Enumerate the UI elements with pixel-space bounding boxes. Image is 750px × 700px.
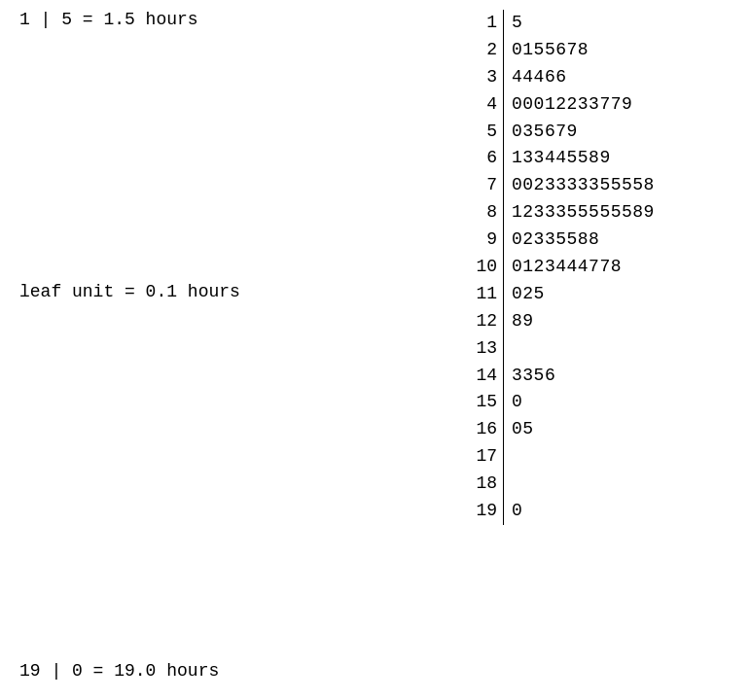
stem-leaf-table: 1520155678344466400012233779503567961334… [467,10,731,690]
table-row: 20155678 [467,37,731,64]
stem-value: 12 [467,308,504,335]
table-row: 143356 [467,363,731,390]
leaf-values: 89 [504,308,534,335]
stem-value: 19 [467,498,504,525]
stem-value: 1 [467,10,504,37]
table-row: 5035679 [467,119,731,146]
stem-value: 14 [467,363,504,390]
table-row: 15 [467,10,731,37]
table-row: 100123444778 [467,254,731,281]
stem-leaf-plot: 1 | 5 = 1.5 hours leaf unit = 0.1 hours … [19,10,731,690]
leaf-unit: leaf unit = 0.1 hours [19,282,240,301]
key-top: 1 | 5 = 1.5 hours [19,10,198,29]
stem-value: 3 [467,64,504,91]
leaf-values: 00012233779 [504,91,632,119]
leaf-values: 0023333355558 [504,172,655,199]
leaf-values: 05 [504,416,534,443]
leaf-values: 0155678 [504,37,589,64]
table-row: 17 [467,443,731,471]
table-row: 902335588 [467,227,731,254]
stem-value: 18 [467,471,504,498]
table-row: 344466 [467,64,731,91]
leaf-values: 025 [504,281,545,308]
left-panel: 1 | 5 = 1.5 hours leaf unit = 0.1 hours … [19,10,467,690]
leaf-values: 133445589 [504,145,611,172]
table-row: 1289 [467,308,731,335]
leaf-values: 0123444778 [504,254,622,281]
stem-value: 5 [467,119,504,146]
stem-value: 16 [467,416,504,443]
leaf-values: 0 [504,389,522,416]
stem-value: 8 [467,199,504,227]
table-row: 190 [467,498,731,525]
stem-value: 13 [467,335,504,363]
table-row: 70023333355558 [467,172,731,199]
table-row: 81233355555589 [467,199,731,227]
key-bottom: 19 | 0 = 19.0 hours [19,661,219,681]
stem-value: 10 [467,254,504,281]
table-row: 150 [467,389,731,416]
leaf-values: 035679 [504,119,578,146]
stem-value: 2 [467,37,504,64]
stem-value: 11 [467,281,504,308]
leaf-values: 02335588 [504,227,599,254]
stem-value: 7 [467,172,504,199]
stem-value: 4 [467,91,504,119]
table-row: 1605 [467,416,731,443]
stem-value: 6 [467,145,504,172]
table-row: 6133445589 [467,145,731,172]
table-row: 11025 [467,281,731,308]
leaf-values: 3356 [504,363,555,390]
leaf-values: 1233355555589 [504,199,655,227]
table-row: 18 [467,471,731,498]
stem-value: 15 [467,389,504,416]
leaf-values: 0 [504,498,522,525]
leaf-values: 5 [504,10,522,37]
table-row: 13 [467,335,731,363]
table-row: 400012233779 [467,91,731,119]
leaf-values: 44466 [504,64,567,91]
stem-value: 9 [467,227,504,254]
stem-value: 17 [467,443,504,471]
